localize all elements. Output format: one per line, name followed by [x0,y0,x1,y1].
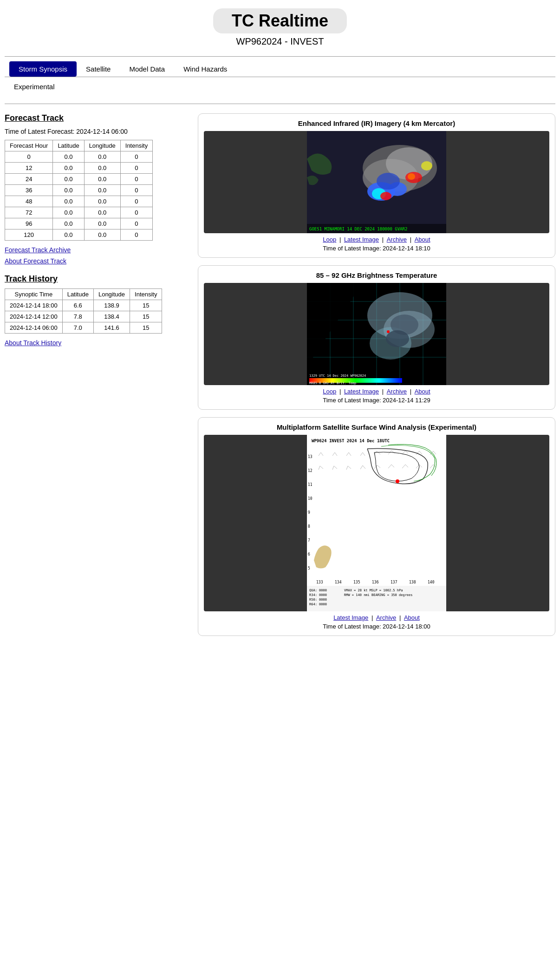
wind-card-time: Time of Latest Image: 2024-12-14 18:00 [204,623,549,630]
ir-about-link[interactable]: About [415,236,430,243]
main-content: Forecast Track Time of Latest Forecast: … [0,109,560,641]
ir-card-time: Time of Latest Image: 2024-12-14 18:10 [204,245,549,252]
wind-card-links: Latest Image | Archive | About [204,614,549,621]
table-row: 960.00.00 [5,218,153,229]
svg-point-88 [396,479,399,483]
track-history-title: Track History [5,274,190,284]
svg-text:136: 136 [372,580,379,584]
microwave-loop-link[interactable]: Loop [323,388,336,395]
svg-text:13: 13 [308,455,313,459]
microwave-about-link[interactable]: About [415,388,430,395]
table-row: 360.00.00 [5,185,153,196]
col-latitude: Latitude [53,140,84,151]
svg-point-29 [386,330,409,347]
wind-about-link[interactable]: About [404,614,420,621]
svg-text:8: 8 [308,524,310,529]
col-synoptic-time: Synoptic Time [5,289,63,300]
microwave-image: MR85.8 GHz At Brit. Temp 1329 UTC 14 Dec… [204,283,549,385]
svg-text:10: 10 [308,497,313,501]
col-forecast-hour: Forecast Hour [5,140,53,151]
forecast-about-link[interactable]: About Forecast Track [5,257,190,265]
col-th-latitude: Latitude [62,289,93,300]
table-row: 120.00.00 [5,163,153,174]
left-panel: Forecast Track Time of Latest Forecast: … [5,113,190,636]
wind-latest-link[interactable]: Latest Image [333,614,368,621]
svg-text:138: 138 [409,580,416,584]
svg-text:140: 140 [428,580,435,584]
track-history-table: Synoptic Time Latitude Longitude Intensi… [5,288,162,334]
svg-point-8 [408,173,415,180]
tab-wind-hazards[interactable]: Wind Hazards [174,61,236,77]
storm-id: WP962024 - INVEST [5,36,555,47]
forecast-track-table: Forecast Hour Latitude Longitude Intensi… [5,140,153,241]
svg-text:GOES1 MINAMORI 14 DEC 2024 180: GOES1 MINAMORI 14 DEC 2024 180000 GVAR2 [309,227,407,231]
svg-text:RMW  = 140 nmi  BEARING = 350 : RMW = 140 nmi BEARING = 350 degrees [344,593,413,597]
app-title: TC Realtime [213,8,347,33]
nav-divider [5,104,555,104]
ir-loop-link[interactable]: Loop [323,236,336,243]
svg-text:137: 137 [391,580,397,584]
col-th-intensity: Intensity [130,289,162,300]
svg-text:134: 134 [335,580,342,584]
svg-text:WP9624   INVEST   2024 14 Dec : WP9624 INVEST 2024 14 Dec 18UTC [312,439,390,443]
ir-image: GOES1 MINAMORI 14 DEC 2024 180000 GVAR2 [204,131,549,233]
svg-text:R64: 0000: R64: 0000 [309,603,327,606]
wind-image: WP9624 INVEST 2024 14 Dec 18UTC 13 12 11… [204,435,549,611]
svg-text:R50: 0000: R50: 0000 [309,598,327,602]
tab-satellite[interactable]: Satellite [77,61,120,77]
track-history-section: Track History Synoptic Time Latitude Lon… [5,274,190,347]
header: TC Realtime WP962024 - INVEST [0,0,560,52]
table-row: 720.00.00 [5,207,153,218]
svg-point-9 [380,192,391,200]
svg-point-10 [377,173,400,190]
svg-text:VMAX = 28 kt  MSLP = 1002.5 hP: VMAX = 28 kt MSLP = 1002.5 hPa [344,589,403,592]
wind-card-title: Multiplatform Satellite Surface Wind Ana… [204,423,549,431]
microwave-archive-link[interactable]: Archive [387,388,407,395]
svg-text:135: 135 [353,580,360,584]
ir-card-links: Loop | Latest Image | Archive | About [204,236,549,243]
svg-text:6: 6 [308,552,310,557]
table-row: 2024-12-14 12:007.8138.415 [5,311,162,322]
forecast-time: Time of Latest Forecast: 2024-12-14 06:0… [5,128,190,135]
forecast-track-title: Forecast Track [5,113,190,123]
svg-point-33 [387,330,390,333]
svg-text:11: 11 [308,483,313,487]
tab-model-data[interactable]: Model Data [120,61,174,77]
svg-text:MR85.8 GHz At Brit. Temp: MR85.8 GHz At Brit. Temp [309,381,356,385]
svg-text:QUA: 0000: QUA: 0000 [309,589,327,592]
col-intensity: Intensity [120,140,152,151]
wind-archive-link[interactable]: Archive [376,614,396,621]
ir-archive-link[interactable]: Archive [387,236,407,243]
nav-bar: Storm Synopsis Satellite Model Data Wind… [5,56,555,77]
svg-text:133: 133 [316,580,323,584]
microwave-card-title: 85 – 92 GHz Brightness Temperature [204,271,549,279]
tab-experimental[interactable]: Experimental [5,79,64,94]
svg-text:5: 5 [308,566,310,570]
forecast-archive-link[interactable]: Forecast Track Archive [5,246,190,254]
svg-text:12: 12 [308,469,313,473]
table-row: 2024-12-14 18:006.6138.915 [5,300,162,311]
track-history-about-link[interactable]: About Track History [5,339,190,347]
microwave-latest-link[interactable]: Latest Image [344,388,379,395]
microwave-card-time: Time of Latest Image: 2024-12-14 11:29 [204,397,549,404]
col-th-longitude: Longitude [93,289,130,300]
wind-card: Multiplatform Satellite Surface Wind Ana… [198,417,555,636]
forecast-track-section: Forecast Track Time of Latest Forecast: … [5,113,190,265]
tab-storm-synopsis[interactable]: Storm Synopsis [9,61,77,77]
col-longitude: Longitude [84,140,120,151]
ir-card: Enhanced Infrared (IR) Imagery (4 km Mer… [198,113,555,258]
svg-text:1329 UTC 14 Dec 2024   WP96202: 1329 UTC 14 Dec 2024 WP962024 [309,374,366,378]
svg-text:9: 9 [308,511,310,515]
svg-text:7: 7 [308,538,310,543]
ir-latest-link[interactable]: Latest Image [344,236,379,243]
microwave-card: 85 – 92 GHz Brightness Temperature [198,265,555,410]
svg-point-11 [421,161,432,170]
svg-text:R34: 0000: R34: 0000 [309,593,327,597]
table-row: 480.00.00 [5,196,153,207]
table-row: 1200.00.00 [5,229,153,241]
svg-rect-34 [307,435,446,611]
table-row: 240.00.00 [5,174,153,185]
microwave-card-links: Loop | Latest Image | Archive | About [204,388,549,395]
ir-card-title: Enhanced Infrared (IR) Imagery (4 km Mer… [204,119,549,127]
table-row: 2024-12-14 06:007.0141.615 [5,322,162,334]
